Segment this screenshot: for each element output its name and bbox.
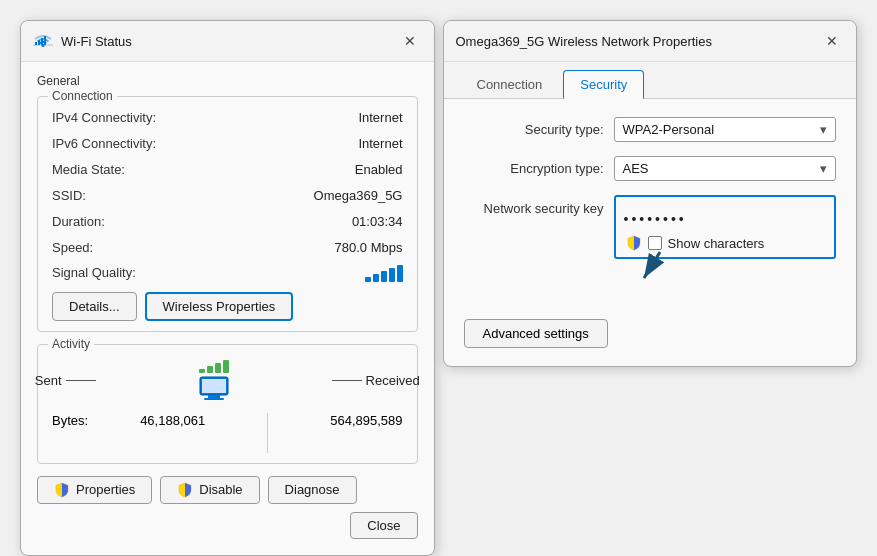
- diagnose-button[interactable]: Diagnose: [268, 476, 357, 504]
- chevron-down-icon: ▾: [820, 122, 827, 137]
- svg-rect-9: [204, 398, 224, 400]
- sent-line: [66, 380, 96, 381]
- computer-with-bars: [196, 359, 232, 403]
- net-props-close-button[interactable]: ✕: [820, 29, 844, 53]
- security-type-value: WPA2-Personal: [623, 122, 715, 137]
- bar-1: [365, 277, 371, 282]
- show-characters-checkbox[interactable]: [648, 236, 662, 250]
- ipv4-value: Internet: [358, 107, 402, 129]
- activity-title: Activity: [48, 337, 94, 351]
- signal-label: Signal Quality:: [52, 265, 136, 280]
- speed-value: 780.0 Mbps: [335, 237, 403, 259]
- arrow-indicator: [638, 250, 670, 289]
- wifi-icon: [33, 31, 53, 52]
- bar-2: [373, 274, 379, 282]
- bar-5: [397, 265, 403, 282]
- sent-side: Sent: [35, 373, 96, 388]
- close-row: Close: [37, 512, 418, 539]
- network-key-input[interactable]: [624, 211, 827, 227]
- svg-rect-7: [202, 379, 226, 393]
- security-type-row: Security type: WPA2-Personal ▾: [464, 117, 837, 142]
- net-props-title: Omega369_5G Wireless Network Properties: [456, 34, 713, 49]
- encryption-type-label: Encryption type:: [464, 161, 604, 176]
- activity-labels: Sent: [35, 359, 420, 403]
- ssid-row: SSID: Omega369_5G: [52, 185, 403, 207]
- signal-bars: [365, 264, 403, 282]
- properties-button[interactable]: Properties: [37, 476, 152, 504]
- shield-icon-properties: [54, 482, 70, 498]
- duration-value: 01:03:34: [352, 211, 403, 233]
- encryption-type-dropdown[interactable]: AES ▾: [614, 156, 837, 181]
- wireless-properties-button[interactable]: Wireless Properties: [145, 292, 294, 321]
- bytes-row: Bytes: 46,188,061 564,895,589: [52, 413, 403, 453]
- svg-rect-2: [35, 42, 37, 45]
- cbar-3: [215, 363, 221, 373]
- general-label: General: [37, 74, 418, 88]
- connection-buttons: Details... Wireless Properties: [52, 292, 403, 321]
- wifi-close-button[interactable]: ✕: [398, 29, 422, 53]
- activity-group: Activity Sent: [37, 344, 418, 464]
- speed-row: Speed: 780.0 Mbps: [52, 237, 403, 259]
- net-props-title-bar: Omega369_5G Wireless Network Properties …: [444, 21, 857, 62]
- wifi-status-title: Wi-Fi Status: [61, 34, 132, 49]
- sent-bytes: 46,188,061: [140, 413, 205, 453]
- security-type-dropdown[interactable]: WPA2-Personal ▾: [614, 117, 837, 142]
- bottom-buttons: Properties Disable Diagnose: [37, 476, 418, 504]
- wifi-status-window: Wi-Fi Status ✕ General Connection IPv4 C…: [20, 20, 435, 556]
- media-state-label: Media State:: [52, 159, 125, 181]
- cbar-2: [207, 366, 213, 373]
- svg-rect-4: [41, 38, 43, 45]
- svg-rect-5: [44, 36, 46, 45]
- wifi-status-content: General Connection IPv4 Connectivity: In…: [21, 62, 434, 555]
- computer-icon: [196, 375, 232, 403]
- ipv4-label: IPv4 Connectivity:: [52, 107, 156, 129]
- advanced-settings-row: Advanced settings: [464, 319, 837, 348]
- ipv6-value: Internet: [358, 133, 402, 155]
- speed-label: Speed:: [52, 237, 93, 259]
- ipv6-row: IPv6 Connectivity: Internet: [52, 133, 403, 155]
- key-input-row: [624, 211, 827, 227]
- bytes-divider: [267, 413, 268, 453]
- network-key-row: Network security key Show characters: [464, 195, 837, 259]
- connection-group: Connection IPv4 Connectivity: Internet I…: [37, 96, 418, 332]
- duration-row: Duration: 01:03:34: [52, 211, 403, 233]
- encryption-type-value: AES: [623, 161, 649, 176]
- ssid-label: SSID:: [52, 185, 86, 207]
- received-line: [332, 380, 362, 381]
- ssid-value: Omega369_5G: [314, 185, 403, 207]
- received-label: Received: [366, 373, 420, 388]
- chevron-down-icon-enc: ▾: [820, 161, 827, 176]
- media-state-row: Media State: Enabled: [52, 159, 403, 181]
- encryption-type-row: Encryption type: AES ▾: [464, 156, 837, 181]
- sent-label: Sent: [35, 373, 62, 388]
- duration-label: Duration:: [52, 211, 105, 233]
- svg-rect-3: [38, 40, 40, 45]
- network-key-label: Network security key: [464, 201, 604, 216]
- details-button[interactable]: Details...: [52, 292, 137, 321]
- shield-icon-showchars: [626, 235, 642, 251]
- wifi-title-bar: Wi-Fi Status ✕: [21, 21, 434, 62]
- ipv4-row: IPv4 Connectivity: Internet: [52, 107, 403, 129]
- close-button[interactable]: Close: [350, 512, 417, 539]
- connection-group-title: Connection: [48, 89, 117, 103]
- security-key-box: Show characters: [614, 195, 837, 259]
- shield-icon-disable: [177, 482, 193, 498]
- disable-button[interactable]: Disable: [160, 476, 259, 504]
- bar-3: [381, 271, 387, 282]
- show-characters-label: Show characters: [668, 236, 765, 251]
- svg-line-11: [644, 252, 660, 278]
- bar-4: [389, 268, 395, 282]
- arrow-icon: [638, 250, 670, 286]
- properties-label: Properties: [76, 482, 135, 497]
- tabs-row: Connection Security: [444, 62, 857, 99]
- network-properties-window: Omega369_5G Wireless Network Properties …: [443, 20, 858, 367]
- ipv6-label: IPv6 Connectivity:: [52, 133, 156, 155]
- activity-inner: Sent: [52, 359, 403, 453]
- received-side: Received: [332, 373, 420, 388]
- tab-connection[interactable]: Connection: [460, 70, 560, 98]
- tab-security[interactable]: Security: [563, 70, 644, 99]
- svg-rect-8: [208, 395, 220, 398]
- bytes-label: Bytes:: [52, 413, 88, 453]
- advanced-settings-button[interactable]: Advanced settings: [464, 319, 608, 348]
- disable-label: Disable: [199, 482, 242, 497]
